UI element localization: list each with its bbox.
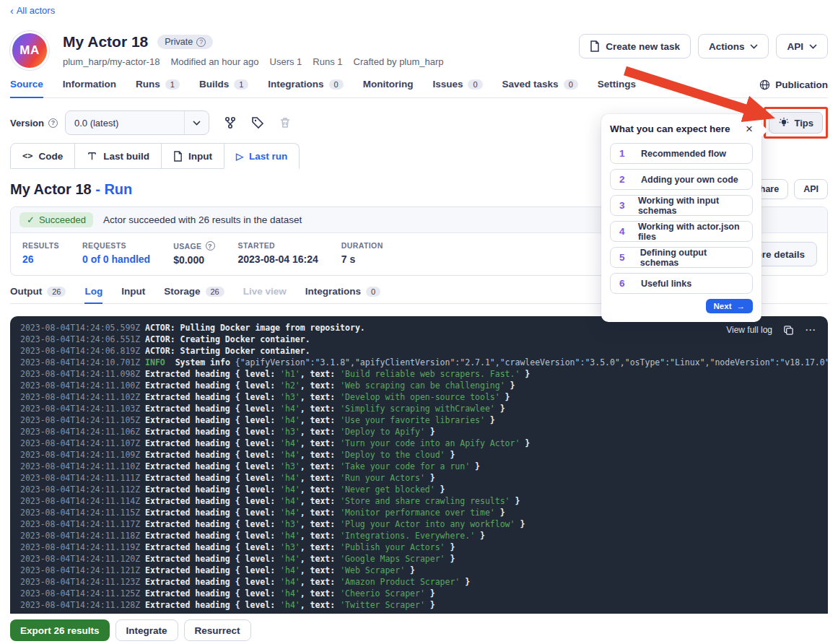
tab-last-build[interactable]: Last build (74, 143, 162, 169)
log-msg: , text: (300, 496, 340, 506)
tips-popup-footer: Next → (610, 299, 753, 313)
run-tab-output[interactable]: Output26 (10, 286, 66, 297)
integrate-button[interactable]: Integrate (115, 619, 178, 641)
run-tab-log[interactable]: Log (84, 286, 102, 297)
version-select[interactable]: 0.0 (latest) (65, 110, 209, 135)
log-msg: Extracted heading { level: (145, 369, 280, 379)
delete-version-button[interactable] (279, 116, 292, 129)
log-msg: Extracted heading { level: (145, 565, 280, 575)
tab-saved-tasks[interactable]: Saved tasks0 (502, 79, 578, 98)
tips-label: Tips (795, 118, 814, 129)
tab-information[interactable]: Information (63, 79, 116, 98)
meta-crafted-by-plum-harp: Crafted by plum_harp (354, 56, 444, 67)
git-branch-button[interactable] (224, 116, 237, 129)
log-msg: } (505, 380, 515, 391)
visibility-badge-label: Private (165, 37, 193, 47)
meta-runs-1: Runs 1 (313, 56, 342, 67)
tip-item-adding-your-own-code[interactable]: 2Adding your own code (610, 169, 753, 190)
next-button[interactable]: Next → (706, 299, 753, 313)
run-tab-integrations[interactable]: Integrations0 (305, 286, 380, 297)
stat-value[interactable]: 0 of 0 handled (82, 253, 150, 265)
tip-item-working-with-input-schemas[interactable]: 3Working with input schemas (610, 195, 753, 216)
tip-number: 3 (619, 200, 638, 211)
stat-results: RESULTS26 (22, 241, 59, 266)
tab-last-build-label: Last build (103, 151, 149, 162)
log-ts: 2023-08-04T14:24:11.115Z (20, 508, 145, 518)
log-msg: } (445, 542, 455, 552)
tip-item-defining-output-schemas[interactable]: 5Defining output schemas (610, 247, 753, 268)
log-msg: } (445, 450, 455, 460)
actions-button[interactable]: Actions (698, 34, 769, 58)
tab-last-run[interactable]: ▷ Last run (224, 143, 300, 169)
log-ts: 2023-08-04T14:24:11.120Z (20, 554, 145, 564)
log-line: 2023-08-04T14:24:11.114Z Extracted headi… (20, 495, 818, 507)
tab-label: Settings (598, 79, 636, 90)
meta-modified-an-hour-ago: Modified an hour ago (170, 56, 258, 67)
log-ts: 2023-08-04T14:24:11.123Z (20, 577, 145, 587)
stat-label: USAGE? (173, 241, 214, 251)
tab-monitoring[interactable]: Monitoring (363, 79, 414, 98)
tab-settings[interactable]: Settings (598, 79, 636, 98)
tab-code[interactable]: <> Code (10, 143, 75, 169)
copy-icon[interactable] (783, 325, 794, 336)
run-tab-count-badge: 0 (366, 287, 380, 297)
log-ts: 2023-08-04T14:24:11.112Z (20, 484, 145, 495)
log-msg: } (405, 565, 415, 575)
resurrect-button[interactable]: Resurrect (184, 619, 251, 641)
log-ts: 2023-08-04T14:24:11.100Z (20, 380, 145, 391)
actor-header: MA My Actor 18 Private ? plum_harp/my-ac… (10, 31, 828, 70)
log-str: 'h4' (280, 554, 300, 564)
close-icon[interactable]: × (746, 123, 753, 135)
git-branch-icon (224, 116, 237, 129)
view-full-log-link[interactable]: View full log (726, 325, 772, 335)
log-str: 'h3' (280, 461, 300, 471)
breadcrumb-all-actors[interactable]: ‹ All actors (10, 0, 55, 16)
log-ts: 2023-08-04T14:24:11.128Z (20, 600, 145, 610)
log-str: 'h4' (280, 484, 300, 495)
tab-issues[interactable]: Issues0 (432, 79, 482, 98)
version-select-value: 0.0 (latest) (66, 118, 184, 129)
log-msg: , text: (300, 542, 340, 552)
api-button[interactable]: API (776, 34, 828, 58)
tip-number: 4 (619, 226, 638, 237)
log-str: 'h3' (280, 392, 300, 402)
tip-number: 2 (619, 174, 641, 185)
run-api-button[interactable]: API (794, 179, 828, 199)
export-results-button[interactable]: Export 26 results (10, 619, 110, 641)
help-icon: ? (48, 118, 58, 128)
tab-source[interactable]: Source (10, 79, 43, 98)
log-msg: , text: (300, 577, 340, 587)
log-line: 2023-08-04T14:24:11.098Z Extracted headi… (20, 368, 818, 380)
more-options-icon[interactable]: ⋯ (805, 323, 816, 336)
tab-input[interactable]: Input (161, 143, 224, 169)
log-ts: 2023-08-04T14:24:11.111Z (20, 473, 145, 483)
tips-popup-title: What you can expect here (610, 123, 730, 134)
run-tab-label: Live view (243, 286, 287, 297)
tab-runs[interactable]: Runs1 (136, 79, 180, 98)
log-msg: , text: (300, 438, 340, 448)
tab-integrations[interactable]: Integrations0 (268, 79, 343, 98)
tip-item-working-with-actor-json-files[interactable]: 4Working with actor.json files (610, 221, 753, 242)
tip-label: Defining output schemas (640, 248, 743, 268)
log-str: 'h2' (280, 380, 300, 391)
tip-item-recommended-flow[interactable]: 1Recommended flow (610, 143, 753, 164)
log-msg: ACTOR: Creating Docker container. (145, 334, 310, 344)
log-line: 2023-08-04T14:24:11.120Z Extracted headi… (20, 553, 818, 565)
tip-item-useful-links[interactable]: 6Useful links (610, 273, 753, 294)
publication-button[interactable]: Publication (759, 79, 828, 97)
tips-items: 1Recommended flow2Adding your own code3W… (610, 143, 753, 294)
run-tab-input[interactable]: Input (121, 286, 145, 297)
tag-button[interactable] (251, 116, 264, 129)
create-new-task-button[interactable]: Create new task (579, 34, 691, 58)
run-tab-storage[interactable]: Storage26 (164, 286, 224, 297)
run-tab-count-badge: 26 (47, 287, 66, 297)
log-ts: 2023-08-04T14:24:11.105Z (20, 415, 145, 425)
log-line: 2023-08-04T14:24:11.103Z Extracted headi… (20, 403, 818, 414)
tips-button[interactable]: Tips (769, 112, 824, 134)
tab-builds[interactable]: Builds1 (199, 79, 248, 98)
stat-duration: DURATION7 s (341, 241, 383, 266)
status-badge: ✓ Succeeded (19, 212, 93, 227)
log-line: 2023-08-04T14:24:06.551Z ACTOR: Creating… (20, 334, 818, 345)
log-line: 2023-08-04T14:24:10.701Z INFO System inf… (20, 357, 818, 368)
stat-value[interactable]: 26 (22, 253, 59, 265)
